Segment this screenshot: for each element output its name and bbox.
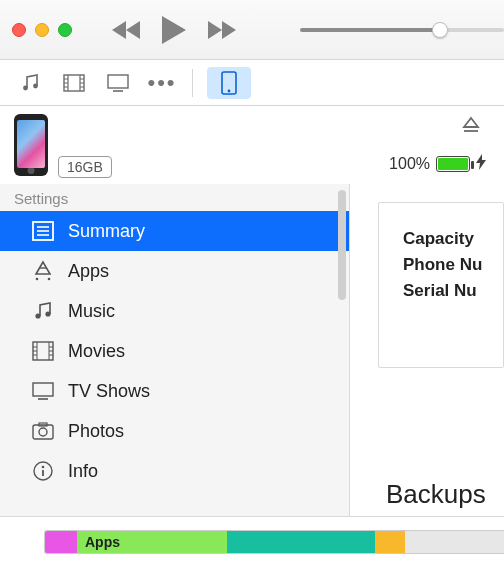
window-minimize-button[interactable]: [35, 23, 49, 37]
sidebar-item-info[interactable]: Info: [0, 451, 349, 491]
tv-icon: [32, 380, 54, 402]
sidebar-item-label: Movies: [68, 341, 125, 362]
device-header: 16GB 100%: [0, 106, 504, 184]
svg-rect-11: [108, 75, 128, 88]
sidebar-section-label: Settings: [0, 184, 349, 211]
svg-point-37: [39, 428, 47, 436]
storage-segment-teal: [227, 531, 375, 553]
settings-sidebar: Settings Summary Apps Music Movies TV Sh…: [0, 184, 350, 516]
sidebar-item-label: Apps: [68, 261, 109, 282]
svg-rect-36: [33, 425, 53, 439]
window-zoom-button[interactable]: [58, 23, 72, 37]
sidebar-item-photos[interactable]: Photos: [0, 411, 349, 451]
capacity-badge: 16GB: [58, 156, 112, 178]
storage-segment-pink: [45, 531, 77, 553]
sidebar-scrollbar[interactable]: [338, 190, 346, 300]
library-tabs: •••: [0, 60, 504, 106]
storage-segment-label: Apps: [85, 534, 120, 550]
charging-icon: [476, 154, 486, 174]
storage-segment-free: [405, 531, 504, 553]
sidebar-item-label: Photos: [68, 421, 124, 442]
movies-icon: [32, 340, 54, 362]
sidebar-item-apps[interactable]: Apps: [0, 251, 349, 291]
device-info-box: Capacity Phone Nu Serial Nu: [378, 202, 504, 368]
tab-more[interactable]: •••: [142, 67, 182, 99]
apps-icon: [32, 260, 54, 282]
content-pane: Capacity Phone Nu Serial Nu Backups: [350, 184, 504, 516]
summary-icon: [32, 220, 54, 242]
sidebar-item-label: Summary: [68, 221, 145, 242]
toolbar-separator: [192, 69, 193, 97]
battery-status: 100%: [389, 154, 486, 174]
battery-percent-label: 100%: [389, 155, 430, 173]
music-icon: [32, 300, 54, 322]
serial-number-label: Serial Nu: [403, 281, 503, 301]
sidebar-item-label: Info: [68, 461, 98, 482]
device-button[interactable]: [207, 67, 251, 99]
sidebar-item-label: TV Shows: [68, 381, 150, 402]
tab-music[interactable]: [10, 67, 50, 99]
sidebar-item-tv-shows[interactable]: TV Shows: [0, 371, 349, 411]
device-thumbnail: [14, 114, 48, 176]
eject-button[interactable]: [462, 116, 480, 138]
svg-point-1: [33, 83, 38, 88]
storage-bar[interactable]: Apps: [44, 530, 504, 554]
svg-point-40: [42, 466, 45, 469]
backups-heading: Backups: [386, 479, 486, 510]
sidebar-item-summary[interactable]: Summary: [0, 211, 349, 251]
window-titlebar: [0, 0, 504, 60]
battery-icon: [436, 156, 470, 172]
previous-track-icon[interactable]: [112, 19, 142, 41]
tab-tv-shows[interactable]: [98, 67, 138, 99]
sidebar-item-movies[interactable]: Movies: [0, 331, 349, 371]
svg-point-24: [45, 311, 50, 316]
storage-segment-apps: Apps: [77, 531, 227, 553]
info-icon: [32, 460, 54, 482]
svg-point-0: [23, 85, 28, 90]
svg-point-21: [36, 278, 39, 281]
photos-icon: [32, 420, 54, 442]
svg-rect-34: [33, 383, 53, 396]
storage-bar-row: Apps: [0, 516, 504, 566]
svg-point-14: [228, 89, 231, 92]
window-close-button[interactable]: [12, 23, 26, 37]
sidebar-item-label: Music: [68, 301, 115, 322]
storage-segment-yellow: [375, 531, 405, 553]
phone-number-label: Phone Nu: [403, 255, 503, 275]
play-icon[interactable]: [160, 15, 188, 45]
window-controls: [12, 23, 72, 37]
playback-controls: [112, 15, 236, 45]
sidebar-item-music[interactable]: Music: [0, 291, 349, 331]
volume-slider[interactable]: [300, 22, 504, 38]
ellipsis-icon: •••: [147, 70, 176, 96]
svg-point-23: [35, 313, 40, 318]
tab-movies[interactable]: [54, 67, 94, 99]
svg-point-22: [48, 278, 51, 281]
next-track-icon[interactable]: [206, 19, 236, 41]
capacity-label: Capacity: [403, 229, 503, 249]
